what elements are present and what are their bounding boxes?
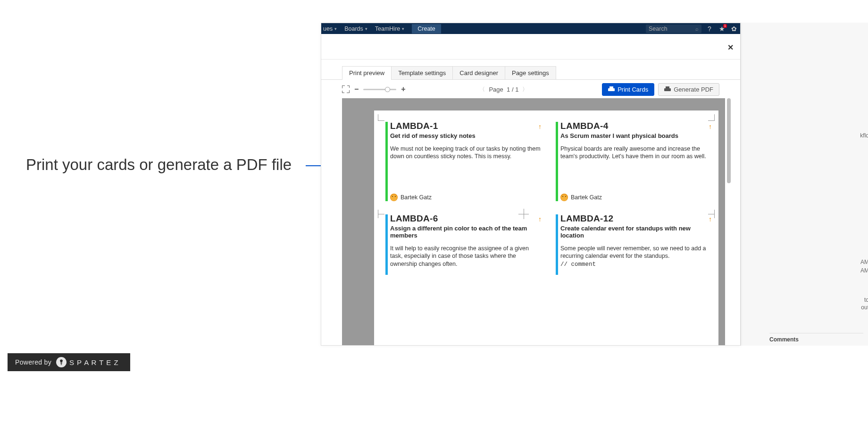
card-description: Some people will never remember, so we n… [560,245,713,268]
caret-down-icon: ▾ [365,26,367,31]
caret-down-icon: ▾ [334,26,337,31]
priority-up-icon: ↑ [538,123,542,130]
card-key: LAMBDA-1 [390,121,542,131]
card-summary: As Scrum master I want physical boards [560,132,713,139]
next-page-button[interactable]: 〉 [522,85,528,94]
star-icon[interactable]: ★1 [716,25,728,33]
card-key: LAMBDA-4 [560,121,713,131]
spartez-logo-icon [56,357,67,367]
card-code: // comment [560,261,596,268]
card-key: LAMBDA-12 [560,213,713,224]
tab-card-designer[interactable]: Card designer [452,66,505,79]
priority-up-icon: ↑ [709,123,712,130]
zoom-out-button[interactable]: − [354,85,359,94]
card: ↑ LAMBDA-6 Assign a different pin color … [385,213,542,275]
notification-badge: 1 [723,24,727,28]
avatar-icon [560,194,568,201]
preview-page: ↑ LAMBDA-1 Get rid of messy sticky notes… [374,110,718,345]
create-button[interactable]: Create [412,24,441,34]
card-stripe [556,214,558,275]
printer-icon [664,86,671,92]
tab-bar: Print preview Template settings Card des… [321,60,740,80]
crop-mark-icon [378,114,384,121]
print-icon [608,86,615,92]
priority-up-icon: ↑ [709,215,712,223]
page-label: Page 1 / 1 [489,86,518,93]
nav-issues[interactable]: ues ▾ [321,26,341,32]
card-assignee: Bartek Gatz [390,194,432,201]
preview-canvas: ↑ LAMBDA-1 Get rid of messy sticky notes… [342,98,725,345]
tab-template-settings[interactable]: Template settings [391,66,453,79]
zoom-slider[interactable] [363,89,396,90]
nav-boards[interactable]: Boards ▾ [341,26,371,32]
card-key: LAMBDA-6 [390,213,542,224]
card: ↑ LAMBDA-4 As Scrum master I want physic… [556,121,713,201]
card-summary: Get rid of messy sticky notes [390,132,542,139]
generate-pdf-button[interactable]: Generate PDF [658,83,719,96]
card: ↑ LAMBDA-12 Create calendar event for st… [556,213,713,275]
scrollbar[interactable] [727,98,731,345]
marketing-caption: Print your cards or generate a PDF file [26,156,292,174]
card-description: Physical boards are really awesome and i… [560,145,713,161]
caret-down-icon: ▾ [402,26,404,31]
preview-toolbar: − + 〈 Page 1 / 1 〉 Print Cards [321,80,740,99]
crop-mark-icon [378,211,384,217]
tab-print-preview[interactable]: Print preview [342,66,392,79]
search-input[interactable]: Search ⌕ [646,25,701,33]
zoom-in-button[interactable]: + [401,85,405,94]
card-summary: Create calendar event for standups with … [560,225,713,239]
nav-teamhire[interactable]: TeamHire ▾ [371,26,409,32]
comments-header: Comments [769,333,863,343]
card: ↑ LAMBDA-1 Get rid of messy sticky notes… [385,121,542,201]
print-cards-button[interactable]: Print Cards [602,83,654,96]
close-icon[interactable]: ✕ [727,43,734,52]
card-stripe [385,214,388,275]
background-sidebar: kflo AM AM to out Comments [741,23,868,346]
card-description: It will help to easily recognise the ass… [390,245,542,268]
search-icon: ⌕ [695,26,699,32]
help-icon[interactable]: ? [703,25,716,33]
top-navigation: ues ▾ Boards ▾ TeamHire ▾ Create Search … [321,23,740,34]
card-stripe [385,122,388,201]
app-window: ues ▾ Boards ▾ TeamHire ▾ Create Search … [321,23,741,346]
powered-by-footer: Powered by S P A R T E Z [8,353,130,371]
crop-mark-icon [708,114,715,121]
avatar-icon [390,194,398,201]
card-stripe [556,122,558,201]
card-description: We must not be keeping track of our task… [390,145,542,161]
fullscreen-icon[interactable] [342,85,350,93]
modal-body: Print preview Template settings Card des… [321,59,740,345]
card-assignee: Bartek Gatz [560,194,602,201]
card-summary: Assign a different pin color to each of … [390,225,542,239]
prev-page-button[interactable]: 〈 [479,85,485,94]
tab-page-settings[interactable]: Page settings [505,66,556,79]
priority-up-icon: ↑ [538,215,542,223]
gear-icon[interactable]: ✿ [728,25,740,33]
